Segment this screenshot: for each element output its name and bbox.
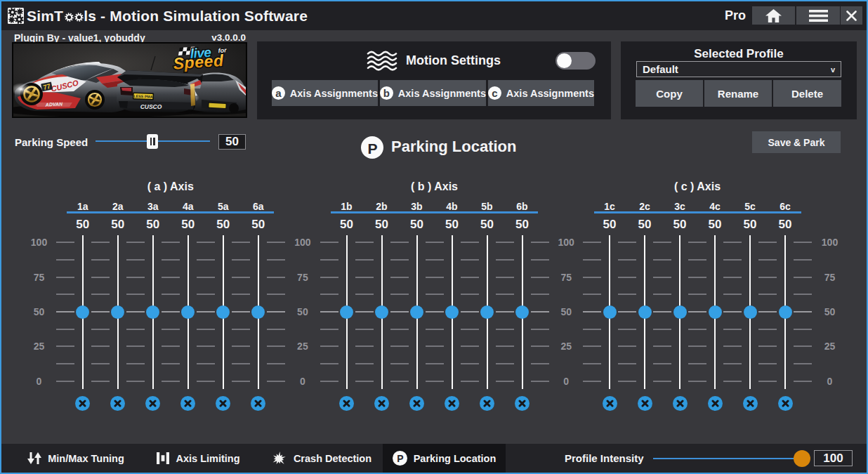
tick-mark bbox=[653, 311, 671, 312]
tick-mark bbox=[794, 259, 812, 261]
tick-mark bbox=[531, 363, 549, 364]
axis-column-value: 50 bbox=[664, 218, 695, 232]
profile-intensity-value: 100 bbox=[814, 450, 853, 466]
delete-profile-button[interactable]: Delete bbox=[773, 80, 841, 107]
axis-slider-thumb[interactable] bbox=[216, 305, 230, 319]
axis-slider-thumb[interactable] bbox=[445, 305, 459, 319]
motion-toggle-switch[interactable] bbox=[555, 52, 596, 70]
tick-mark bbox=[91, 294, 110, 295]
tick-mark bbox=[531, 277, 549, 278]
tick-mark bbox=[688, 277, 706, 278]
tick-mark bbox=[758, 259, 777, 261]
rename-profile-button[interactable]: Rename bbox=[704, 80, 772, 107]
home-button[interactable] bbox=[752, 6, 795, 25]
axis-clear-button[interactable] bbox=[708, 396, 723, 411]
axis-clear-button[interactable] bbox=[75, 396, 90, 411]
tick-mark bbox=[461, 294, 479, 295]
axis-slider-thumb[interactable] bbox=[340, 305, 353, 319]
axis-slider-thumb[interactable] bbox=[638, 305, 652, 319]
scale-label: 50 bbox=[287, 306, 318, 317]
axis-clear-button[interactable] bbox=[480, 396, 494, 411]
axis-slider-thumb[interactable] bbox=[111, 305, 124, 319]
tick-mark bbox=[197, 259, 215, 261]
tick-mark bbox=[162, 311, 180, 312]
axis-slider-thumb[interactable] bbox=[181, 305, 195, 319]
pro-badge: Pro bbox=[725, 1, 746, 30]
tick-mark bbox=[723, 277, 742, 278]
close-button[interactable] bbox=[841, 6, 862, 25]
tab-parking-location[interactable]: PParking Location bbox=[383, 444, 506, 473]
axis-clear-button[interactable] bbox=[110, 396, 125, 411]
axis-slider-thumb[interactable] bbox=[375, 305, 388, 319]
axis-clear-button[interactable] bbox=[515, 396, 530, 411]
axis-assignments-button-c[interactable]: cAxis Assignments bbox=[488, 80, 594, 106]
tab-crash-detection[interactable]: Crash Detection bbox=[260, 444, 383, 473]
axis-slider-thumb[interactable] bbox=[146, 305, 159, 319]
axis-clear-button[interactable] bbox=[409, 396, 424, 411]
axis-column-value: 50 bbox=[402, 218, 433, 232]
tick-mark bbox=[496, 259, 514, 261]
menu-button[interactable] bbox=[796, 6, 840, 25]
copy-profile-button[interactable]: Copy bbox=[636, 80, 703, 107]
axis-slider-thumb[interactable] bbox=[410, 305, 423, 319]
axis-clear-button[interactable] bbox=[180, 396, 195, 411]
axis-column-value: 50 bbox=[472, 218, 503, 232]
tick-mark bbox=[426, 277, 444, 278]
tick-mark bbox=[56, 311, 74, 312]
tick-mark bbox=[688, 242, 706, 243]
scale-label: 50 bbox=[815, 306, 846, 317]
axis-column-value: 50 bbox=[138, 218, 169, 232]
tick-mark bbox=[583, 381, 601, 382]
scale-label: 75 bbox=[551, 272, 581, 283]
lfs-logo-speed: Speed bbox=[173, 51, 225, 73]
axis-clear-button[interactable] bbox=[339, 396, 354, 411]
axis-clear-button[interactable] bbox=[743, 396, 758, 411]
axis-slider-thumb[interactable] bbox=[744, 305, 757, 319]
axis-clear-button[interactable] bbox=[145, 396, 160, 411]
profile-dropdown[interactable]: Default v bbox=[636, 61, 841, 77]
tick-mark bbox=[531, 259, 549, 261]
axis-clear-button[interactable] bbox=[638, 396, 652, 411]
axis-column-header: 2c bbox=[629, 201, 660, 212]
axis-clear-button[interactable] bbox=[603, 396, 617, 411]
tick-mark bbox=[531, 381, 549, 382]
axis-slider-thumb[interactable] bbox=[480, 305, 494, 319]
profile-dropdown-value: Default bbox=[643, 63, 678, 75]
svg-text:P: P bbox=[397, 453, 403, 464]
profile-intensity-label: Profile Intensity bbox=[565, 444, 644, 473]
axis-clear-button[interactable] bbox=[673, 396, 688, 411]
axis-slider-thumb[interactable] bbox=[515, 305, 529, 319]
axis-slider-thumb[interactable] bbox=[673, 305, 687, 319]
axis-column-header: 5b bbox=[472, 201, 503, 212]
profile-intensity-slider-thumb[interactable] bbox=[794, 450, 810, 467]
tab-min-max-tuning[interactable]: Min/Max Tuning bbox=[14, 444, 137, 473]
axis-clear-button[interactable] bbox=[778, 396, 793, 411]
save-and-park-button[interactable]: Save & Park bbox=[752, 131, 841, 153]
tab-axis-limiting[interactable]: Axis Limiting bbox=[137, 444, 260, 473]
axis-slider-thumb[interactable] bbox=[709, 305, 722, 319]
tick-mark bbox=[618, 345, 636, 347]
axis-clear-button[interactable] bbox=[445, 396, 459, 411]
profile-intensity-slider-track[interactable] bbox=[653, 458, 802, 459]
tick-mark bbox=[126, 242, 145, 243]
tick-mark bbox=[232, 381, 250, 382]
parking-speed-slider-thumb[interactable] bbox=[147, 134, 158, 149]
axis-assignments-button-a[interactable]: aAxis Assignments bbox=[272, 80, 378, 106]
minmax-tuning-icon bbox=[27, 452, 41, 464]
axis-clear-button[interactable] bbox=[251, 396, 265, 411]
tick-mark bbox=[162, 381, 180, 382]
app-title-pre: SimT bbox=[27, 8, 63, 25]
axis-clear-button[interactable] bbox=[374, 396, 389, 411]
axis-slider-thumb[interactable] bbox=[251, 305, 265, 319]
tick-mark bbox=[232, 329, 250, 330]
livery-cusco-bumper: CUSCO bbox=[140, 103, 162, 110]
axis-slider-thumb[interactable] bbox=[779, 305, 792, 319]
tick-mark bbox=[426, 311, 444, 312]
tick-mark bbox=[794, 242, 812, 243]
axis-slider-thumb[interactable] bbox=[76, 305, 89, 319]
axis-slider-thumb[interactable] bbox=[603, 305, 617, 319]
tick-mark bbox=[320, 363, 338, 364]
axis-assignments-button-b[interactable]: bAxis Assignments bbox=[380, 80, 486, 106]
tick-mark bbox=[461, 277, 479, 278]
axis-clear-button[interactable] bbox=[216, 396, 230, 411]
